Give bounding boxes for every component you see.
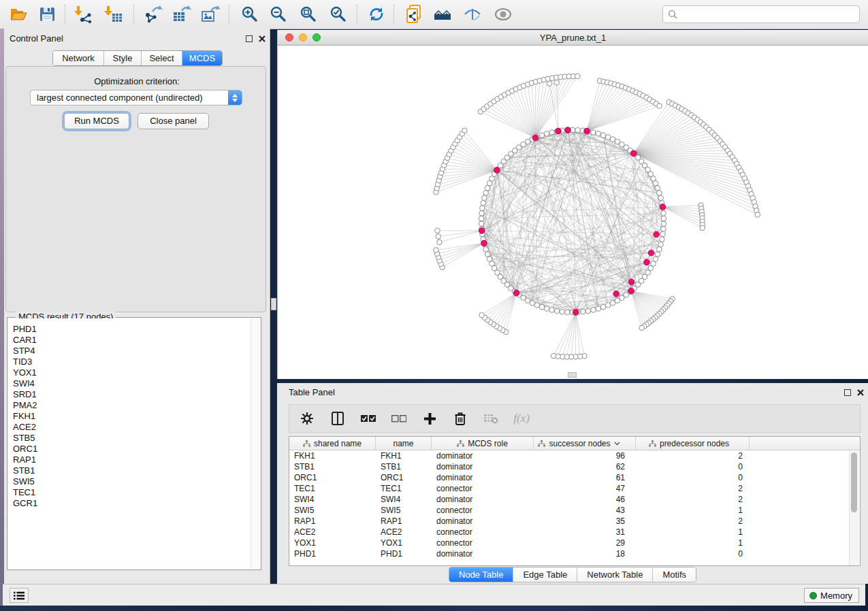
column-header-predecessor-nodes[interactable]: predecessor nodes bbox=[636, 437, 750, 450]
horizontal-splitter-handle[interactable] bbox=[568, 372, 577, 378]
table-cell: 96 bbox=[534, 451, 636, 461]
add-column-icon[interactable] bbox=[421, 410, 438, 427]
column-header-MCDS-role[interactable]: MCDS role bbox=[432, 437, 534, 450]
result-node: SRD1 bbox=[13, 389, 251, 400]
column-label: shared name bbox=[314, 439, 361, 448]
show-panel-eye-icon[interactable] bbox=[493, 4, 513, 24]
delete-column-icon[interactable] bbox=[452, 410, 468, 427]
result-node: RAP1 bbox=[13, 455, 251, 465]
table-cell: PHD1 bbox=[289, 549, 376, 559]
tab-style[interactable]: Style bbox=[104, 51, 142, 65]
tab-select[interactable]: Select bbox=[142, 51, 182, 65]
table-cell: RAP1 bbox=[289, 516, 376, 526]
table-row[interactable]: SWI5SWI5connector431 bbox=[289, 505, 860, 516]
column-header-name[interactable]: name bbox=[376, 437, 432, 450]
tab-motifs[interactable]: Motifs bbox=[653, 567, 696, 582]
new-network-from-selection-icon[interactable] bbox=[404, 4, 425, 24]
column-header-shared-name[interactable]: shared name bbox=[289, 437, 376, 450]
close-panel-icon[interactable] bbox=[856, 389, 865, 397]
table-row[interactable]: STB1STB1dominator620 bbox=[289, 461, 860, 472]
run-mcds-button[interactable]: Run MCDS bbox=[64, 113, 129, 129]
column-label: MCDS role bbox=[468, 439, 508, 448]
result-scrollbar[interactable] bbox=[251, 318, 260, 569]
tab-node-table[interactable]: Node Table bbox=[449, 567, 514, 582]
mcds-result-frame: MCDS result (17 nodes) PHD1CAR1STP4TID3Y… bbox=[7, 317, 261, 570]
zoom-fit-icon[interactable] bbox=[298, 4, 319, 24]
import-network-icon[interactable] bbox=[74, 4, 94, 24]
network-canvas[interactable] bbox=[278, 46, 868, 379]
table-cell: 0 bbox=[636, 549, 750, 559]
import-table-icon[interactable] bbox=[103, 4, 124, 24]
table-scrollbar[interactable] bbox=[849, 451, 859, 565]
zoom-out-icon[interactable] bbox=[268, 4, 289, 24]
table-cell: 62 bbox=[534, 462, 636, 472]
table-cell: SWI4 bbox=[376, 495, 432, 504]
hide-panel-eye-icon[interactable] bbox=[462, 4, 483, 24]
unselect-all-icon[interactable] bbox=[391, 410, 407, 427]
search-box bbox=[662, 5, 860, 23]
tab-edge-table[interactable]: Edge Table bbox=[513, 567, 577, 582]
table-cell: FKH1 bbox=[376, 451, 432, 461]
control-panel: Control Panel NetworkStyleSelectMCDS Opt… bbox=[4, 29, 270, 584]
table-row[interactable]: ORC1ORC1dominator610 bbox=[289, 472, 860, 483]
result-node: SWI4 bbox=[13, 378, 251, 389]
float-panel-icon[interactable] bbox=[246, 35, 253, 42]
refresh-icon[interactable] bbox=[366, 4, 387, 24]
zoom-selected-icon[interactable] bbox=[328, 4, 349, 24]
table-row[interactable]: FKH1FKH1dominator962 bbox=[289, 450, 860, 461]
table-row[interactable]: TEC1TEC1connector472 bbox=[289, 483, 860, 494]
panel-menu-button[interactable] bbox=[10, 588, 29, 603]
table-cell: 18 bbox=[534, 549, 636, 559]
export-network-icon[interactable] bbox=[143, 4, 163, 24]
table-cell: 1 bbox=[636, 538, 750, 548]
export-table-icon[interactable] bbox=[172, 4, 192, 24]
result-node: TEC1 bbox=[13, 487, 251, 498]
first-neighbors-icon[interactable] bbox=[433, 4, 453, 24]
table-cell: 31 bbox=[534, 527, 636, 537]
tab-network[interactable]: Network bbox=[53, 51, 104, 65]
table-cell: connector bbox=[432, 506, 534, 515]
table-cell: 2 bbox=[636, 516, 750, 526]
close-panel-icon[interactable] bbox=[258, 35, 266, 43]
save-session-icon[interactable] bbox=[37, 4, 57, 24]
table-cell: TEC1 bbox=[289, 484, 376, 493]
result-node: STB5 bbox=[13, 433, 251, 444]
table-cell: 61 bbox=[534, 473, 636, 482]
table-cell: dominator bbox=[432, 451, 534, 461]
table-row[interactable]: YOX1YOX1connector291 bbox=[289, 538, 860, 548]
table-cell: 35 bbox=[534, 516, 636, 526]
result-node: STP4 bbox=[13, 346, 251, 357]
table-row[interactable]: PHD1PHD1dominator180 bbox=[289, 548, 860, 559]
export-image-icon[interactable] bbox=[200, 4, 221, 24]
tab-network-table[interactable]: Network Table bbox=[577, 567, 653, 582]
column-header-successor-nodes[interactable]: successor nodes bbox=[534, 437, 636, 450]
table-cell: ORC1 bbox=[376, 473, 432, 482]
mcds-result-list[interactable]: PHD1CAR1STP4TID3YOX1SWI4SRD1PMA2FKH1ACE2… bbox=[8, 318, 251, 569]
vertical-splitter-handle[interactable] bbox=[271, 298, 276, 310]
search-input[interactable] bbox=[681, 7, 859, 21]
table-row[interactable]: ACE2ACE2connector311 bbox=[289, 527, 860, 538]
tab-mcds[interactable]: MCDS bbox=[182, 51, 222, 65]
memory-label: Memory bbox=[820, 591, 852, 601]
select-all-icon[interactable] bbox=[360, 410, 376, 427]
criterion-select[interactable]: largest connected component (undirected) bbox=[30, 90, 242, 105]
table-scrollbar-thumb[interactable] bbox=[851, 452, 857, 512]
table-cell: 2 bbox=[636, 451, 750, 461]
result-node: FKH1 bbox=[13, 411, 251, 422]
open-file-icon[interactable] bbox=[8, 4, 29, 24]
result-node: SWI5 bbox=[13, 476, 251, 487]
table-cell: YOX1 bbox=[376, 538, 432, 548]
show-columns-icon[interactable] bbox=[329, 410, 346, 427]
table-header-row: shared namenameMCDS rolesuccessor nodesp… bbox=[289, 437, 860, 450]
memory-button[interactable]: Memory bbox=[804, 588, 859, 603]
float-panel-icon[interactable] bbox=[844, 389, 851, 396]
table-cell: dominator bbox=[432, 473, 534, 482]
sort-desc-icon bbox=[614, 442, 620, 446]
table-row[interactable]: SWI4SWI4dominator462 bbox=[289, 494, 860, 505]
zoom-in-icon[interactable] bbox=[240, 4, 260, 24]
close-panel-button[interactable]: Close panel bbox=[138, 113, 209, 129]
column-settings-gear-icon[interactable] bbox=[299, 410, 315, 427]
table-row[interactable]: RAP1RAP1dominator352 bbox=[289, 516, 860, 527]
result-node: TID3 bbox=[13, 357, 251, 367]
node-table: shared namenameMCDS rolesuccessor nodesp… bbox=[289, 436, 861, 566]
